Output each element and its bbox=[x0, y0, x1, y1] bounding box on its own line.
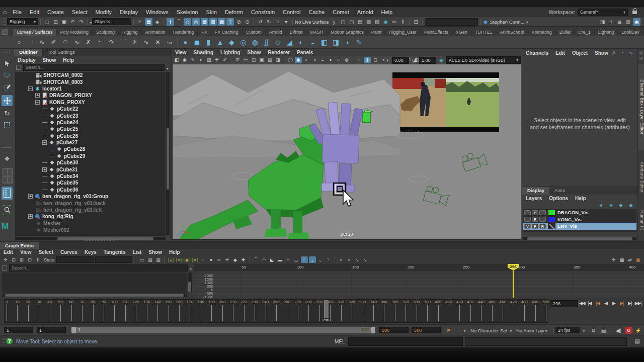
free-tangent-weight-icon[interactable]: ◝ bbox=[325, 256, 332, 263]
shelf-tab-animation[interactable]: Animation bbox=[142, 29, 170, 36]
collapse-icon[interactable]: − bbox=[42, 140, 47, 145]
pause-viewport-icon[interactable]: ‖ bbox=[399, 18, 407, 26]
outliner-item-mesher002[interactable]: ❖Mesher002 bbox=[15, 227, 166, 233]
outliner-vertical-scrollbar[interactable] bbox=[166, 72, 170, 235]
selection-mask-field[interactable]: Objects bbox=[92, 18, 131, 25]
fillet-curve-icon[interactable]: ⌒ bbox=[117, 37, 129, 47]
layer-reference-toggle[interactable] bbox=[539, 217, 546, 222]
pick-walk-icon[interactable]: ⊡ bbox=[412, 18, 420, 26]
copy-keys-icon[interactable]: ◦ bbox=[200, 256, 207, 263]
collapse-icon[interactable]: − bbox=[28, 86, 33, 91]
normalized-view-icon[interactable]: ▥ bbox=[155, 256, 162, 263]
xray-icon[interactable]: ◌ bbox=[356, 57, 363, 63]
menu-comet[interactable]: Comet bbox=[329, 9, 353, 15]
layer-color-swatch[interactable] bbox=[548, 210, 555, 216]
smooth-shade-icon[interactable]: ◉ bbox=[295, 57, 302, 63]
layer-menu-options[interactable]: Options bbox=[545, 196, 572, 201]
nurbs-square-icon[interactable]: □ bbox=[25, 37, 36, 47]
shelf-tab-fx[interactable]: FX bbox=[198, 29, 211, 36]
shelf-tab-xgen[interactable]: XGen bbox=[452, 29, 471, 36]
frame-selection-icon[interactable]: ● bbox=[192, 256, 199, 263]
graph-playhead[interactable] bbox=[513, 270, 514, 298]
shelf-tab-bifrost[interactable]: Bifrost bbox=[286, 29, 307, 36]
fps-dropdown[interactable]: 24 fps bbox=[555, 327, 580, 333]
shelf-tab-mash[interactable]: MASH bbox=[306, 29, 327, 36]
outliner-search-input[interactable]: Search... bbox=[23, 64, 165, 71]
tab-tool-settings[interactable]: Tool Settings bbox=[42, 49, 79, 56]
play-forwards-button[interactable]: ▶ bbox=[610, 300, 617, 307]
channelbox-menu-object[interactable]: Object bbox=[569, 50, 591, 56]
graph-curve-canvas[interactable]: 2000150010005000-500-1000 bbox=[194, 271, 644, 298]
oscillate-icon[interactable]: ∿ bbox=[362, 256, 369, 263]
snap-magnets-icon[interactable]: ▩ bbox=[218, 18, 225, 26]
modeling-toolkit-toggle-icon[interactable]: ◉ bbox=[633, 18, 640, 26]
outliner-item-pcube31[interactable]: +❖pCube31 bbox=[15, 166, 166, 172]
select-tool-icon[interactable] bbox=[2, 58, 13, 69]
attribute-editor-toggle-icon[interactable]: ◨ bbox=[599, 18, 606, 26]
shelf-tab-poly-modeling[interactable]: Poly Modeling bbox=[57, 29, 93, 36]
lattice-deform-keys-icon[interactable]: ⊞ bbox=[18, 256, 25, 263]
shelf-tab-painteffects[interactable]: PaintEffects bbox=[421, 29, 452, 36]
birail-icon[interactable]: ◐ bbox=[295, 37, 307, 47]
snap-to-curves-icon[interactable]: ⌒ bbox=[175, 18, 183, 26]
stats-time-field[interactable] bbox=[56, 256, 94, 263]
outliner-item-pcube24[interactable]: ❖pCube24 bbox=[15, 119, 166, 126]
layer-color-swatch[interactable] bbox=[548, 223, 555, 229]
snap-help-icon[interactable]: ? bbox=[226, 18, 234, 26]
graph-channel-list[interactable] bbox=[2, 273, 187, 293]
auto-tangents-icon[interactable]: ◜ bbox=[301, 256, 308, 263]
layer-move-up-icon[interactable]: ◄ bbox=[598, 202, 604, 208]
graph-search-input[interactable]: Search... bbox=[9, 264, 188, 272]
paint-select-tool-icon[interactable] bbox=[2, 82, 13, 93]
shelf-tab-paint[interactable]: Paint bbox=[368, 29, 386, 36]
layer-playback-toggle[interactable]: P bbox=[532, 224, 538, 229]
toolbox-grip[interactable] bbox=[2, 50, 13, 55]
image-plane-icon[interactable]: ▧ bbox=[205, 57, 212, 63]
cut-render-icon[interactable]: ✄ bbox=[390, 18, 398, 26]
insert-knot-icon[interactable]: ✳ bbox=[129, 37, 140, 47]
scale-tool-icon[interactable] bbox=[2, 120, 13, 131]
light-display-icon[interactable]: ♦ bbox=[327, 57, 334, 63]
paste-keys-icon[interactable]: ● bbox=[208, 256, 215, 263]
viewport-menu-renderer[interactable]: Renderer bbox=[264, 50, 293, 55]
undo-icon[interactable]: ↶ bbox=[69, 18, 76, 26]
viewport-menu-lighting[interactable]: Lighting bbox=[217, 50, 244, 55]
offset-curve-icon[interactable]: ↷ bbox=[106, 37, 117, 47]
snap-to-grids-icon[interactable]: ✛ bbox=[167, 18, 174, 26]
home-icon[interactable]: ⌂ bbox=[3, 9, 7, 16]
plateau-tangents-icon[interactable]: ◡ bbox=[293, 256, 300, 263]
flat-tangents-icon[interactable]: ▬ bbox=[277, 256, 284, 263]
panel-layout-toggle-icon[interactable]: ▥ bbox=[624, 18, 632, 26]
nurbs-cone-icon[interactable]: ▲ bbox=[214, 37, 226, 47]
occlusion-display-icon[interactable]: ◍ bbox=[343, 57, 350, 63]
convert-to-key-icon[interactable]: ◆ bbox=[232, 256, 239, 263]
expand-icon[interactable]: + bbox=[28, 194, 33, 199]
menu-modify[interactable]: Modify bbox=[92, 9, 116, 15]
select-by-object-icon[interactable]: ▦ bbox=[145, 18, 152, 26]
lock-selection-icon[interactable]: ⊘ bbox=[235, 18, 243, 26]
playback-end-field[interactable]: 500 bbox=[379, 327, 409, 333]
channel-box-toggle-icon[interactable]: ≣ bbox=[616, 18, 623, 26]
side-tab-human-ik[interactable]: Human IK bbox=[638, 205, 644, 236]
frame-playback-range-icon[interactable]: ▾ bbox=[176, 256, 183, 263]
layout-outliner-persp-button[interactable] bbox=[2, 187, 13, 200]
shelf-tab-rigging[interactable]: Rigging bbox=[119, 29, 142, 36]
outliner-menu-help[interactable]: Help bbox=[59, 57, 77, 63]
side-tab-channel-box-layer-editor[interactable]: Channel Box / Layer Editor bbox=[638, 64, 644, 150]
graph-list-hscrollbar[interactable] bbox=[2, 294, 187, 297]
animation-end-field[interactable]: 500 bbox=[412, 327, 441, 333]
default-material-icon[interactable]: ◑ bbox=[311, 57, 318, 63]
outliner-item-pcube26[interactable]: ❖pCube26 bbox=[15, 133, 166, 139]
cv-curve-tool-icon[interactable]: ∿ bbox=[36, 37, 48, 47]
textured-display-icon[interactable]: ◐ bbox=[303, 57, 310, 63]
input-connections-icon[interactable]: ↺ bbox=[257, 18, 264, 26]
swap-buffer-curve-icon[interactable]: ⇄ bbox=[626, 256, 633, 263]
unify-tangents-icon[interactable]: ◟ bbox=[317, 256, 324, 263]
shelf-tab-turtle[interactable]: TURTLE bbox=[471, 29, 497, 36]
camera-attributes-icon[interactable]: ✎ bbox=[189, 57, 196, 63]
toolbar-grip[interactable] bbox=[3, 18, 6, 25]
outliner-item-pcube27[interactable]: −❖pCube27 bbox=[15, 139, 166, 146]
menu-skin[interactable]: Skin bbox=[202, 9, 220, 15]
shelf-tab-lighting[interactable]: Lighting bbox=[595, 29, 618, 36]
sculpt-tool-icon[interactable]: ◖ bbox=[342, 37, 353, 47]
